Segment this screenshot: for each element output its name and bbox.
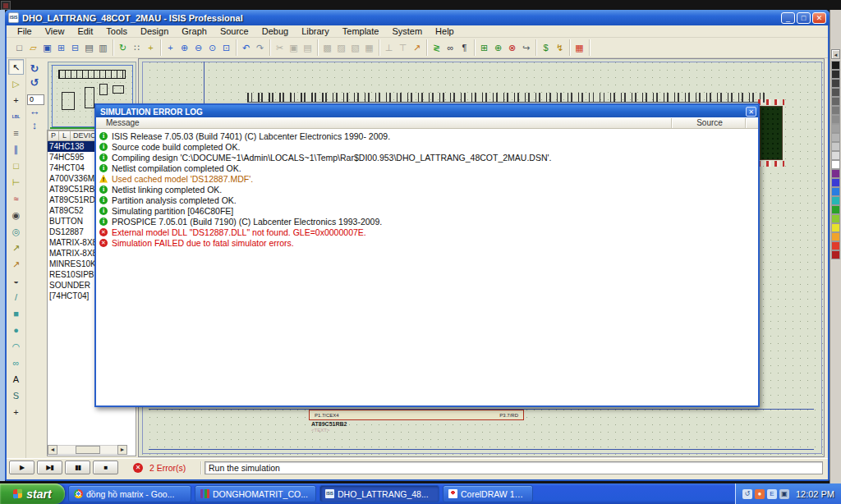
step-button[interactable]: ▶▮ xyxy=(37,460,62,474)
color-swatch[interactable] xyxy=(831,196,840,205)
color-swatch[interactable] xyxy=(831,160,840,169)
generator-mode-icon[interactable]: ◎ xyxy=(8,223,24,239)
junction-dot-icon[interactable]: + xyxy=(8,92,24,108)
taskbar-winrar-window[interactable]: DONGHOMATRIT_CO... xyxy=(195,485,316,502)
redraw-icon[interactable]: ↻ xyxy=(116,41,130,55)
text-script-icon[interactable]: ≡ xyxy=(8,125,24,140)
menu-edit[interactable]: Edit xyxy=(71,26,99,36)
start-button[interactable]: start xyxy=(0,483,65,504)
error-count-label[interactable]: 2 Error(s) xyxy=(149,463,197,473)
device-pins-icon[interactable]: ⊢ xyxy=(8,174,24,190)
menu-source[interactable]: Source xyxy=(214,26,255,36)
origin-icon[interactable]: + xyxy=(144,41,158,55)
menu-view[interactable]: View xyxy=(39,26,71,36)
log-message-row[interactable]: iCompiling design 'C:\DOCUME~1\Admin\LOC… xyxy=(96,152,758,163)
maximize-button[interactable]: □ xyxy=(797,12,811,24)
selector-header-l[interactable]: L xyxy=(59,131,71,141)
tray-swirl-icon[interactable]: ↺ xyxy=(742,489,752,499)
log-message-row[interactable]: ✕External model DLL "DS12887.DLL" not fo… xyxy=(96,227,758,237)
color-swatch[interactable] xyxy=(831,250,840,259)
color-swatch[interactable] xyxy=(831,124,840,133)
log-message-row[interactable]: !Used cached model 'DS12887.MDF'. xyxy=(96,173,758,184)
selection-pointer-icon[interactable]: ↖ xyxy=(8,59,24,75)
taskbar-isis-window[interactable]: ISISDHO_LATTRANG_48... xyxy=(319,485,439,502)
mirror-vertical-icon[interactable]: ↕ xyxy=(27,119,42,133)
2d-path-icon[interactable]: ∞ xyxy=(8,355,24,370)
taskbar-chrome-window[interactable]: đồng hồ matrix - Goo... xyxy=(68,485,191,502)
2d-box-icon[interactable]: ■ xyxy=(8,305,24,321)
led-matrix-component[interactable] xyxy=(760,106,783,160)
color-swatch[interactable] xyxy=(831,97,840,106)
packaging-tool-icon[interactable]: ↗ xyxy=(410,41,424,55)
play-button[interactable]: ▶ xyxy=(9,460,34,474)
color-swatch[interactable] xyxy=(831,142,840,151)
print-icon[interactable]: ▤ xyxy=(82,41,96,55)
color-swatch[interactable] xyxy=(831,151,840,160)
color-swatch[interactable] xyxy=(831,70,840,79)
angle-input[interactable] xyxy=(27,94,44,105)
taskbar-coreldraw-window[interactable]: CorelDRAW 12 - [Gra... xyxy=(443,485,533,502)
menu-help[interactable]: Help xyxy=(430,26,460,36)
scrollbar-thumb[interactable] xyxy=(76,446,100,454)
menu-graph[interactable]: Graph xyxy=(176,26,213,36)
color-swatch[interactable] xyxy=(831,223,840,232)
color-swatch[interactable] xyxy=(831,178,840,187)
log-message-row[interactable]: iNetlist linking completed OK. xyxy=(96,184,758,195)
2d-circle-icon[interactable]: ● xyxy=(8,322,24,337)
palette-scroll-button[interactable]: ◂ xyxy=(831,49,840,59)
mirror-horizontal-icon[interactable]: ↔ xyxy=(27,105,42,119)
pause-button[interactable]: ▮▮ xyxy=(65,460,90,474)
menu-debug[interactable]: Debug xyxy=(256,26,294,36)
log-message-row[interactable]: iISIS Release 7.05.03 (Build 7401) (C) L… xyxy=(96,131,758,141)
open-folder-icon[interactable]: ▱ xyxy=(26,41,40,55)
menu-file[interactable]: File xyxy=(11,26,38,36)
goto-sheet-icon[interactable]: ↪ xyxy=(519,41,533,55)
new-file-icon[interactable]: □ xyxy=(12,41,26,55)
search-tag-icon[interactable]: ∞ xyxy=(443,41,457,55)
color-swatch[interactable] xyxy=(831,169,840,178)
tray-speaker-icon[interactable]: ● xyxy=(755,489,765,499)
log-message-row[interactable]: iPartition analysis completed OK. xyxy=(96,195,758,205)
color-swatch[interactable] xyxy=(831,88,840,97)
wire-label-icon[interactable]: LBL xyxy=(8,108,24,124)
menu-library[interactable]: Library xyxy=(296,26,335,36)
buses-mode-icon[interactable]: ∥ xyxy=(8,141,24,157)
marker-mode-icon[interactable]: + xyxy=(8,404,24,419)
wire-autorouter-icon[interactable]: ≷ xyxy=(430,41,443,55)
new-sheet-icon[interactable]: ⊕ xyxy=(491,41,505,55)
tray-display-icon[interactable]: ▣ xyxy=(779,489,789,499)
selector-scrollbar[interactable]: ◄ ► xyxy=(48,445,127,455)
minimize-button[interactable]: _ xyxy=(781,12,795,24)
save-icon[interactable]: ▣ xyxy=(40,41,54,55)
netlist-to-ares-icon[interactable]: ▦ xyxy=(572,41,586,55)
color-swatch[interactable] xyxy=(831,61,840,70)
scroll-right-icon[interactable]: ► xyxy=(117,445,127,455)
export-section-icon[interactable]: ⊟ xyxy=(68,41,82,55)
menu-design[interactable]: Design xyxy=(135,26,174,36)
menu-template[interactable]: Template xyxy=(337,26,385,36)
log-message-row[interactable]: iSimulating partition [046C80FE] xyxy=(96,205,758,216)
pan-icon[interactable]: + xyxy=(163,41,177,55)
color-swatch[interactable] xyxy=(831,115,840,124)
zoom-area-icon[interactable]: ⊡ xyxy=(219,41,233,55)
symbol-mode-icon[interactable]: S xyxy=(8,387,24,403)
color-swatch[interactable] xyxy=(831,214,840,223)
color-swatch[interactable] xyxy=(831,133,840,142)
voltage-probe-icon[interactable]: ↗ xyxy=(8,240,24,255)
menu-tools[interactable]: Tools xyxy=(100,26,133,36)
virtual-instruments-icon[interactable]: ◒ xyxy=(8,273,24,288)
property-assignment-icon[interactable]: ¶ xyxy=(457,41,471,55)
tape-recorder-icon[interactable]: ◉ xyxy=(8,207,24,222)
color-swatch[interactable] xyxy=(831,106,840,115)
redo-icon[interactable]: ↷ xyxy=(253,41,267,55)
tray-e-icon[interactable]: E xyxy=(767,489,777,499)
undo-icon[interactable]: ↶ xyxy=(239,41,253,55)
toggle-grid-icon[interactable]: ∷ xyxy=(130,41,144,55)
subcircuit-mode-icon[interactable]: □ xyxy=(8,158,24,173)
log-message-row[interactable]: iSource code build completed OK. xyxy=(96,141,758,152)
rotate-clockwise-icon[interactable]: ↻ xyxy=(27,62,42,76)
remove-sheet-icon[interactable]: ⊗ xyxy=(505,41,519,55)
rotate-anticlockwise-icon[interactable]: ↺ xyxy=(27,76,42,90)
stop-button[interactable]: ■ xyxy=(93,460,118,474)
color-swatch[interactable] xyxy=(831,187,840,196)
